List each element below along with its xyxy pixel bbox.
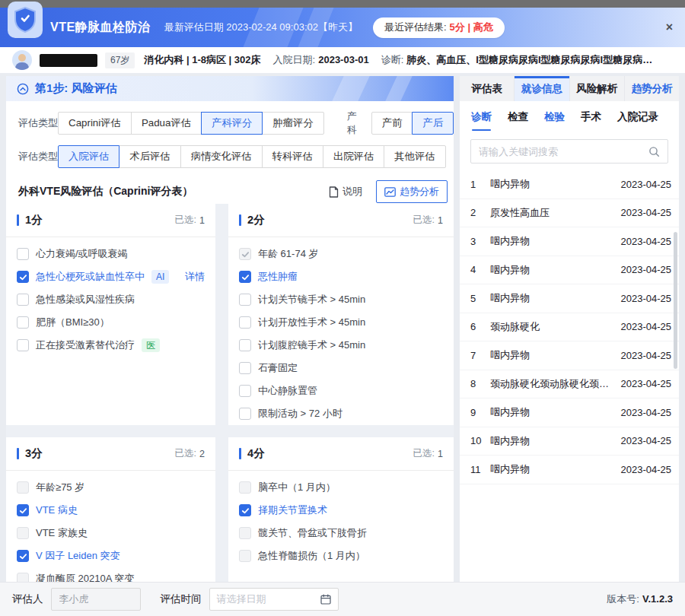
checkbox[interactable] bbox=[239, 339, 251, 351]
filter-type-2[interactable]: 产科评分 bbox=[201, 112, 263, 135]
checkbox[interactable] bbox=[239, 527, 251, 539]
detail-link[interactable]: 详情 bbox=[185, 270, 205, 284]
diagnosis-name: 咽内异物 bbox=[490, 291, 621, 305]
accent-bar bbox=[17, 448, 19, 459]
diagnosis-date: 2023-04-25 bbox=[621, 321, 672, 332]
filter-obstetric-0[interactable]: 产前 bbox=[371, 112, 413, 135]
diagnosis-row[interactable]: 5咽内异物2023-04-25 bbox=[460, 284, 679, 313]
checkbox[interactable] bbox=[17, 339, 29, 351]
checkbox-item: 择期关节置换术 bbox=[239, 499, 443, 522]
diagnosis-row[interactable]: 11咽内异物2023-04-25 bbox=[460, 456, 679, 484]
score-card-3分: 3分已选:2年龄≥75 岁VTE 病史VTE 家族史V 因子 Leiden 突变… bbox=[6, 437, 215, 582]
checkbox-label: 髋关节、骨盆或下肢骨折 bbox=[258, 526, 367, 540]
checkbox-label: 年龄≥75 岁 bbox=[36, 481, 84, 494]
checkbox[interactable] bbox=[17, 573, 29, 582]
tab-2[interactable]: 风险解析 bbox=[570, 76, 625, 101]
subtab-2[interactable]: 检验 bbox=[544, 110, 565, 124]
tab-1[interactable]: 就诊信息 bbox=[515, 76, 569, 101]
subtab-4[interactable]: 入院记录 bbox=[617, 110, 658, 124]
patient-name-redacted bbox=[40, 54, 97, 67]
assess-type-group: Caprini评估Padua评估产科评分肿瘤评分 bbox=[58, 112, 324, 135]
selected-count: 1 bbox=[438, 449, 443, 459]
checkbox-label: 限制活动 > 72 小时 bbox=[258, 407, 342, 421]
tab-3[interactable]: 趋势分析 bbox=[625, 76, 679, 101]
diagnosis-row[interactable]: 7咽内异物2023-04-25 bbox=[460, 341, 679, 370]
checkbox[interactable] bbox=[17, 248, 29, 260]
collapse-icon[interactable] bbox=[17, 83, 29, 95]
filter-timing-0[interactable]: 入院评估 bbox=[58, 145, 119, 168]
search-icon[interactable] bbox=[648, 146, 660, 157]
help-button[interactable]: 说明 bbox=[329, 185, 362, 198]
checkbox-label: 中心静脉置管 bbox=[258, 384, 317, 398]
search-input[interactable] bbox=[479, 146, 648, 157]
recent-result-label: 最近评估结果: bbox=[384, 21, 447, 34]
checkbox[interactable] bbox=[239, 408, 251, 420]
diagnosis-row[interactable]: 10咽内异物2023-04-25 bbox=[460, 427, 679, 456]
checkbox[interactable] bbox=[239, 504, 251, 516]
checkbox[interactable] bbox=[239, 271, 251, 283]
score-card-title: 2分 bbox=[247, 213, 265, 227]
diagnosis-name: 咽内异物 bbox=[490, 234, 621, 248]
filter-type-1[interactable]: Padua评估 bbox=[131, 112, 202, 135]
diagnosis-row[interactable]: 3咽内异物2023-04-25 bbox=[460, 227, 679, 256]
diagnosis-index: 10 bbox=[470, 435, 490, 446]
footer-bar: 评估人 评估时间 请选择日期 版本号:V.1.2.3 bbox=[0, 582, 685, 616]
diagnosis-row[interactable]: 8颈动脉硬化颈动脉硬化颈动脉硬化2023-04-25 bbox=[460, 370, 679, 399]
checkbox[interactable] bbox=[239, 385, 251, 397]
score-card-4分: 4分已选:1脑卒中（1 月内）择期关节置换术髋关节、骨盆或下肢骨折急性脊髓损伤（… bbox=[228, 437, 454, 582]
diagnosis-row[interactable]: 2原发性高血压2023-04-25 bbox=[460, 199, 679, 228]
recent-result-value: 5分 | 高危 bbox=[450, 21, 493, 34]
checkbox[interactable] bbox=[17, 481, 29, 494]
checkbox[interactable] bbox=[239, 550, 251, 562]
checkbox-label: 计划开放性手术 > 45min bbox=[258, 316, 365, 329]
assess-date-picker[interactable]: 请选择日期 bbox=[209, 588, 339, 611]
filter-timing-2[interactable]: 病情变化评估 bbox=[180, 145, 263, 168]
help-label: 说明 bbox=[342, 185, 362, 198]
filter-timing-4[interactable]: 出院评估 bbox=[323, 145, 384, 168]
checkbox-label: 心力衰竭/或呼吸衰竭 bbox=[36, 247, 128, 261]
checkbox-label: 急性脊髓损伤（1 月内） bbox=[258, 549, 365, 563]
filter-obstetric-1[interactable]: 产后 bbox=[412, 112, 454, 135]
checkbox[interactable] bbox=[239, 294, 251, 306]
tab-0[interactable]: 评估表 bbox=[460, 76, 515, 101]
diagnosis-row[interactable]: 6颈动脉硬化2023-04-25 bbox=[460, 313, 679, 342]
checkbox[interactable] bbox=[239, 248, 251, 260]
selected-label: 已选: bbox=[413, 214, 435, 227]
checkbox[interactable] bbox=[17, 550, 29, 562]
filter-timing-1[interactable]: 术后评估 bbox=[119, 145, 180, 168]
subtab-0[interactable]: 诊断 bbox=[471, 110, 492, 124]
checkbox[interactable] bbox=[17, 271, 29, 283]
checkbox[interactable] bbox=[17, 316, 29, 329]
assess-type-row: 评估类型 Caprini评估Padua评估产科评分肿瘤评分 产科 产前产后 bbox=[6, 112, 454, 135]
filter-timing-3[interactable]: 转科评估 bbox=[262, 145, 323, 168]
diagnosis-row[interactable]: 4咽内异物2023-04-25 bbox=[460, 256, 679, 285]
assessor-input[interactable] bbox=[51, 588, 141, 611]
trend-analysis-button[interactable]: 趋势分析 bbox=[376, 180, 448, 203]
filter-type-3[interactable]: 肿瘤评分 bbox=[262, 112, 323, 135]
checkbox-item: 限制活动 > 72 小时 bbox=[239, 402, 443, 425]
diagnosis-row[interactable]: 1咽内异物2023-04-25 bbox=[460, 170, 679, 199]
filter-type-0[interactable]: Caprini评估 bbox=[58, 112, 132, 135]
checkbox[interactable] bbox=[239, 316, 251, 329]
subtab-1[interactable]: 检查 bbox=[508, 110, 528, 124]
close-icon[interactable]: × bbox=[666, 21, 673, 33]
checkbox[interactable] bbox=[17, 504, 29, 516]
diagnosis-index: 8 bbox=[470, 378, 490, 389]
checkbox-item: VTE 病史 bbox=[17, 499, 205, 522]
checkbox[interactable] bbox=[239, 362, 251, 374]
assess-timing-group: 入院评估术后评估病情变化评估转科评估出院评估其他评估 bbox=[58, 145, 446, 168]
diagnosis-index: 7 bbox=[470, 350, 490, 361]
list-scrollbar-thumb[interactable] bbox=[674, 232, 677, 369]
filter-timing-5[interactable]: 其他评估 bbox=[384, 145, 445, 168]
checkbox[interactable] bbox=[17, 527, 29, 539]
subtab-3[interactable]: 手术 bbox=[581, 110, 601, 124]
diagnosis-date: 2023-04-25 bbox=[621, 350, 672, 361]
diagnosis-name: 咽内异物 bbox=[490, 462, 621, 476]
checkbox[interactable] bbox=[17, 294, 29, 306]
selected-label: 已选: bbox=[175, 447, 196, 460]
checkbox[interactable] bbox=[239, 481, 251, 494]
step1-header[interactable]: 第1步: 风险评估 bbox=[6, 76, 454, 101]
diagnosis-row[interactable]: 9咽内异物2023-04-25 bbox=[460, 398, 679, 427]
diagnosis-index: 1 bbox=[470, 179, 490, 190]
diagnosis-group: 诊断:肺炎、高血压、I型糖尿病尿病I型糖尿病尿病I型糖尿病尿病... bbox=[381, 53, 658, 67]
